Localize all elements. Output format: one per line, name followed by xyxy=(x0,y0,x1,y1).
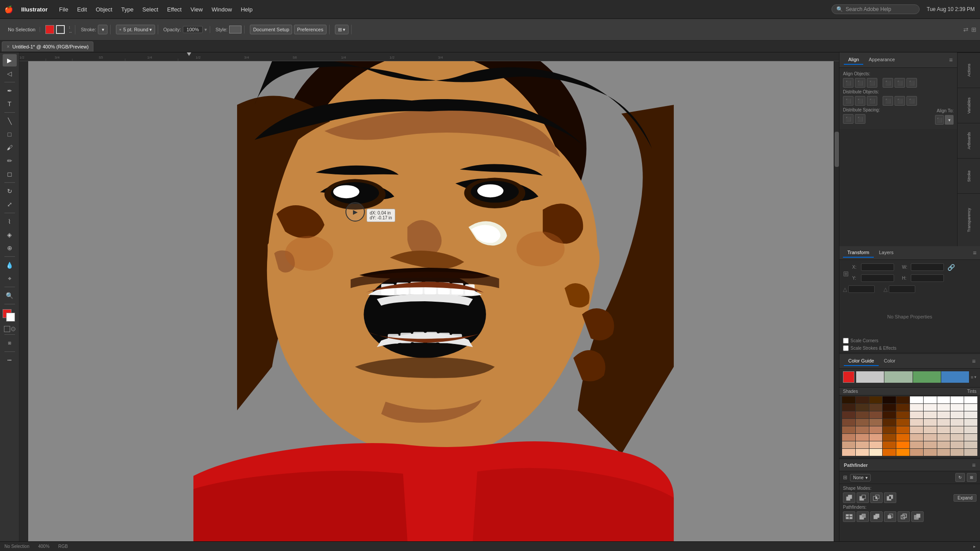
color-cell-6-9[interactable] xyxy=(964,441,977,448)
scale-strokes-checkbox[interactable] xyxy=(843,345,849,351)
pathfinder-refresh-btn[interactable]: ↻ xyxy=(955,473,965,482)
apple-menu[interactable]: 🍎 xyxy=(0,5,18,14)
type-tool[interactable]: T xyxy=(3,98,17,110)
rotate-tool[interactable]: ↻ xyxy=(3,185,17,197)
color-cell-6-6[interactable] xyxy=(924,441,937,448)
color-cell-6-3[interactable] xyxy=(883,441,896,448)
color-cell-0-0[interactable] xyxy=(842,396,855,403)
rotate-input[interactable] xyxy=(848,285,875,293)
brush-selector[interactable]: ● 5 pt. Round ▾ xyxy=(116,25,155,34)
menu-edit[interactable]: Edit xyxy=(73,4,91,15)
color-cell-6-0[interactable] xyxy=(842,441,855,448)
canvas-content[interactable]: ▶ dX: 0.04 in dY: -0.17 in xyxy=(28,61,839,541)
stroke-color-swatch[interactable] xyxy=(56,25,65,34)
preferences-button[interactable]: Preferences xyxy=(294,25,326,34)
color-cell-7-3[interactable] xyxy=(883,449,896,456)
color-cell-5-8[interactable] xyxy=(950,434,964,441)
color-cell-3-1[interactable] xyxy=(856,419,869,426)
pathfinder-none-select[interactable]: None ▾ xyxy=(850,474,871,481)
color-cell-0-9[interactable] xyxy=(964,396,977,403)
align-to-dropdown-btn[interactable]: ▾ xyxy=(945,115,954,125)
pencil-tool[interactable]: ✏ xyxy=(3,155,17,167)
palette-swatch-3[interactable] xyxy=(913,371,941,383)
color-cell-2-1[interactable] xyxy=(856,411,869,418)
color-cell-2-6[interactable] xyxy=(924,411,937,418)
color-cell-4-8[interactable] xyxy=(950,426,964,433)
color-cell-3-7[interactable] xyxy=(937,419,950,426)
search-adobe-help[interactable]: 🔍 Search Adobe Help xyxy=(832,4,920,14)
artboard-tool[interactable]: ⊞ xyxy=(3,337,17,349)
menu-select[interactable]: Select xyxy=(138,4,163,15)
panel-menu-icon[interactable]: ≡ xyxy=(949,56,953,63)
color-cell-5-9[interactable] xyxy=(964,434,977,441)
color-cell-3-4[interactable] xyxy=(896,419,909,426)
align-tab[interactable]: Align xyxy=(844,55,863,65)
color-cell-5-5[interactable] xyxy=(910,434,923,441)
color-cell-4-9[interactable] xyxy=(964,426,977,433)
divide-btn[interactable] xyxy=(843,511,855,522)
link-wh-icon[interactable]: 🔗 xyxy=(947,264,955,271)
file-tab-active[interactable]: × Untitled-1* @ 400% (RGB/Preview) xyxy=(2,41,93,52)
color-cell-6-7[interactable] xyxy=(937,441,950,448)
toolbar-right-icon-1[interactable]: ⇄ xyxy=(963,26,969,33)
color-cell-7-8[interactable] xyxy=(950,449,964,456)
document-setup-button[interactable]: Document Setup xyxy=(250,25,292,34)
align-center-h-btn[interactable]: ⬛ xyxy=(855,78,865,88)
color-cell-1-6[interactable] xyxy=(924,404,937,411)
color-cell-0-1[interactable] xyxy=(856,396,869,403)
color-cell-1-4[interactable] xyxy=(896,404,909,411)
selection-tool[interactable]: ▶ xyxy=(3,54,17,67)
scale-tool[interactable]: ⤢ xyxy=(3,198,17,211)
no-fill-icon[interactable] xyxy=(4,326,10,332)
color-cell-1-5[interactable] xyxy=(910,404,923,411)
color-cell-4-4[interactable] xyxy=(896,426,909,433)
color-cell-2-2[interactable] xyxy=(869,411,883,418)
color-guide-menu-icon[interactable]: ≡ xyxy=(972,358,976,365)
color-cell-4-6[interactable] xyxy=(924,426,937,433)
color-cell-4-3[interactable] xyxy=(883,426,896,433)
fill-color-swatch[interactable] xyxy=(45,25,54,34)
color-cell-3-0[interactable] xyxy=(842,419,855,426)
menu-type[interactable]: Type xyxy=(117,4,138,15)
dist-h-space-btn[interactable]: ⬛ xyxy=(843,114,854,124)
close-icon[interactable]: × xyxy=(7,44,10,50)
dist-left-btn[interactable]: ⬛ xyxy=(843,96,854,106)
color-cell-1-3[interactable] xyxy=(883,404,896,411)
menu-effect[interactable]: Effect xyxy=(163,4,186,15)
menu-object[interactable]: Object xyxy=(91,4,117,15)
y-input[interactable] xyxy=(861,274,894,282)
color-cell-3-2[interactable] xyxy=(869,419,883,426)
color-cell-7-1[interactable] xyxy=(856,449,869,456)
minus-front-btn[interactable] xyxy=(857,492,869,503)
color-icon[interactable] xyxy=(11,327,15,331)
color-cell-3-9[interactable] xyxy=(964,419,977,426)
h-input[interactable] xyxy=(911,274,944,282)
transform-tab[interactable]: Transform xyxy=(843,248,874,258)
app-name[interactable]: Illustrator xyxy=(18,6,51,13)
measure-tool[interactable]: ⌖ xyxy=(3,272,17,285)
transform-panel-menu[interactable]: ≡ xyxy=(973,249,976,256)
color-cell-6-8[interactable] xyxy=(950,441,964,448)
direct-selection-tool[interactable]: ◁ xyxy=(3,67,17,80)
toolbar-arrange-btn[interactable]: ⊞ ▾ xyxy=(335,25,349,34)
line-tool[interactable]: ╲ xyxy=(3,115,17,127)
unite-btn[interactable] xyxy=(843,492,855,503)
scrollbar-thumb-v[interactable] xyxy=(835,132,839,167)
stroke-panel-btn[interactable]: Stroke xyxy=(958,158,980,193)
color-cell-2-7[interactable] xyxy=(937,411,950,418)
warp-tool[interactable]: ⌇ xyxy=(3,215,17,228)
stroke-selector[interactable]: ▾ xyxy=(98,25,108,34)
zoom-tool[interactable]: 🔍 xyxy=(3,289,17,302)
transparency-panel-btn[interactable]: Transparency xyxy=(958,193,980,246)
dist-bottom-btn[interactable]: ⬛ xyxy=(906,96,917,106)
gradient-tool[interactable]: ◈ xyxy=(3,229,17,241)
x-input[interactable] xyxy=(861,263,894,271)
trim-btn[interactable] xyxy=(857,511,869,522)
color-cell-7-9[interactable] xyxy=(964,449,977,456)
color-cell-0-7[interactable] xyxy=(937,396,950,403)
align-top-btn[interactable]: ⬛ xyxy=(883,78,893,88)
exclude-btn[interactable] xyxy=(884,492,896,503)
pen-tool[interactable]: ✒ xyxy=(3,85,17,97)
color-cell-7-0[interactable] xyxy=(842,449,855,456)
main-color-swatch-red[interactable] xyxy=(843,371,854,383)
